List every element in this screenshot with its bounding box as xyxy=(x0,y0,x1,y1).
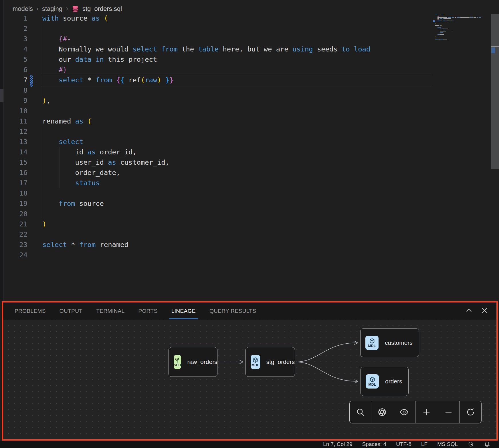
code-editor[interactable]: 1with source as (23 {#-4 Normally we wou… xyxy=(0,0,499,301)
line-number[interactable]: 11 xyxy=(0,116,27,126)
code-line-12[interactable]: 12 xyxy=(0,126,432,137)
badge-label: MDL xyxy=(252,363,259,367)
status-encoding[interactable]: UTF-8 xyxy=(396,441,411,447)
line-number[interactable]: 7 xyxy=(0,75,27,85)
tab-problems[interactable]: PROBLEMS xyxy=(15,302,46,320)
lineage-node-customers[interactable]: MDLcustomers xyxy=(360,328,419,357)
line-number[interactable]: 24 xyxy=(0,250,27,260)
search-button[interactable] xyxy=(354,406,367,419)
line-number[interactable]: 21 xyxy=(0,219,27,229)
overview-ruler-divider xyxy=(491,46,499,47)
line-number[interactable]: 23 xyxy=(0,240,27,250)
line-number[interactable]: 2 xyxy=(0,23,27,34)
lineage-node-stg_orders[interactable]: MDLstg_orders xyxy=(245,347,295,377)
seed-badge: SED xyxy=(174,355,181,369)
code-line-7[interactable]: 7 select * from {{ ref(raw) }} xyxy=(0,75,432,85)
code-line-9[interactable]: 9), xyxy=(0,95,432,106)
minimap[interactable] xyxy=(433,13,486,50)
maximize-panel-button[interactable] xyxy=(465,307,473,315)
line-number[interactable]: 15 xyxy=(0,157,27,168)
line-number[interactable]: 13 xyxy=(0,137,27,147)
code-line-3[interactable]: 3 {#- xyxy=(0,34,432,44)
model-badge: MDL xyxy=(251,355,260,369)
code-text: Normally we would select from the table … xyxy=(42,44,370,54)
code-line-8[interactable]: 8 xyxy=(0,85,432,95)
model-icon xyxy=(369,338,375,344)
code-line-17[interactable]: 17 status xyxy=(0,178,432,188)
eye-button[interactable] xyxy=(398,406,411,419)
code-line-22[interactable]: 22 xyxy=(0,229,432,240)
lineage-node-raw_orders[interactable]: SEDraw_orders xyxy=(169,347,217,377)
bell-icon[interactable] xyxy=(484,441,490,448)
code-line-23[interactable]: 23select * from renamed xyxy=(0,240,432,250)
refresh-button[interactable] xyxy=(464,406,477,419)
status-cursor-position[interactable]: Ln 7, Col 29 xyxy=(323,441,352,447)
code-line-18[interactable]: 18 xyxy=(0,188,432,198)
code-line-24[interactable]: 24 xyxy=(0,250,432,260)
close-panel-button[interactable] xyxy=(480,307,488,315)
line-number[interactable]: 10 xyxy=(0,106,27,116)
lineage-canvas[interactable]: SEDraw_ordersMDLstg_ordersMDLcustomersMD… xyxy=(3,320,496,439)
minimap-modified-marker xyxy=(433,20,435,22)
copilot-icon[interactable] xyxy=(468,441,474,448)
tab-query-results[interactable]: QUERY RESULTS xyxy=(209,302,256,320)
badge-label: SED xyxy=(174,363,181,367)
status-language-mode[interactable]: MS SQL xyxy=(437,441,458,447)
line-number[interactable]: 12 xyxy=(0,126,27,137)
line-number[interactable]: 19 xyxy=(0,198,27,209)
line-number[interactable]: 4 xyxy=(0,44,27,54)
status-bar: Ln 7, Col 29Spaces: 4UTF-8LFMS SQL xyxy=(0,441,499,448)
code-line-14[interactable]: 14 id as order_id, xyxy=(0,147,432,157)
editor-scrollbar[interactable] xyxy=(491,14,499,169)
line-number[interactable]: 8 xyxy=(0,85,27,95)
code-line-4[interactable]: 4 Normally we would select from the tabl… xyxy=(0,44,432,54)
code-text: #} xyxy=(42,65,67,75)
refresh-icon xyxy=(466,408,475,417)
code-line-10[interactable]: 10 xyxy=(0,106,432,116)
line-number[interactable]: 20 xyxy=(0,209,27,219)
tab-output[interactable]: OUTPUT xyxy=(60,302,83,320)
close-icon xyxy=(481,307,488,315)
zoom-in-button[interactable] xyxy=(420,406,433,419)
aperture-button[interactable] xyxy=(376,406,389,419)
line-number[interactable]: 3 xyxy=(0,34,27,44)
code-line-13[interactable]: 13 select xyxy=(0,137,432,147)
status-eol[interactable]: LF xyxy=(421,441,427,447)
code-line-16[interactable]: 16 order_date, xyxy=(0,168,432,178)
line-number[interactable]: 1 xyxy=(0,13,27,23)
code-text: our data in this project xyxy=(42,54,157,65)
code-text: ), xyxy=(42,95,51,106)
code-line-15[interactable]: 15 user_id as customer_id, xyxy=(0,157,432,168)
code-line-21[interactable]: 21) xyxy=(0,219,432,229)
zoom-out-icon xyxy=(444,408,453,417)
model-badge: MDL xyxy=(366,374,379,389)
code-line-2[interactable]: 2 xyxy=(0,23,432,34)
code-line-19[interactable]: 19 from source xyxy=(0,198,432,209)
line-number[interactable]: 5 xyxy=(0,54,27,65)
code-line-5[interactable]: 5 our data in this project xyxy=(0,54,432,65)
line-number[interactable]: 9 xyxy=(0,95,27,106)
node-label: orders xyxy=(385,378,402,385)
line-number[interactable]: 22 xyxy=(0,229,27,240)
line-number[interactable]: 14 xyxy=(0,147,27,157)
code-line-20[interactable]: 20 xyxy=(0,209,432,219)
tab-lineage[interactable]: LINEAGE xyxy=(171,302,196,320)
bottom-panel: PROBLEMSOUTPUTTERMINALPORTSLINEAGEQUERY … xyxy=(3,302,496,439)
code-line-1[interactable]: 1with source as ( xyxy=(0,13,432,23)
code-text: user_id as customer_id, xyxy=(42,157,169,168)
tab-terminal[interactable]: TERMINAL xyxy=(96,302,124,320)
lineage-node-orders[interactable]: MDLorders xyxy=(361,367,409,396)
code-text: status xyxy=(42,178,100,188)
seed-icon xyxy=(174,357,180,363)
line-number[interactable]: 18 xyxy=(0,188,27,198)
tab-ports[interactable]: PORTS xyxy=(138,302,158,320)
code-text: order_date, xyxy=(42,168,120,178)
status-indentation[interactable]: Spaces: 4 xyxy=(362,441,387,447)
code-line-6[interactable]: 6 #} xyxy=(0,65,432,75)
panel-controls xyxy=(465,302,488,320)
line-number[interactable]: 6 xyxy=(0,65,27,75)
line-number[interactable]: 17 xyxy=(0,178,27,188)
code-line-11[interactable]: 11renamed as ( xyxy=(0,116,432,126)
zoom-out-button[interactable] xyxy=(442,406,455,419)
line-number[interactable]: 16 xyxy=(0,168,27,178)
